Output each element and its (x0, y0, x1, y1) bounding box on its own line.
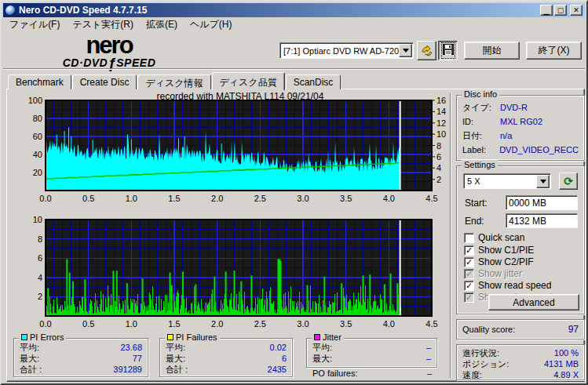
tab-disc-info[interactable]: ディスク情報 (137, 74, 210, 89)
end-field[interactable] (506, 213, 578, 228)
stat-row: 平均:– (307, 342, 436, 353)
menu-file[interactable]: ファイル(F) (3, 16, 66, 33)
svg-text:60: 60 (33, 132, 42, 141)
pi-errors-chart: 204060801002468101214160.00.51.01.52.02.… (20, 95, 451, 211)
svg-text:3.0: 3.0 (297, 194, 309, 203)
pi-failures-color-swatch (167, 334, 173, 340)
checkbox-box: ✓ (464, 257, 474, 267)
stat-row: 最大:– (307, 353, 436, 364)
scan-speed-select[interactable]: 5 X (463, 173, 551, 189)
settings-group: Settings 5 X ⟳ Start: End: Quick scan ✓S… (456, 165, 585, 314)
window-title: Nero CD-DVD Speed 4.7.7.15 (19, 5, 540, 16)
svg-text:2: 2 (38, 292, 42, 301)
svg-text:3.0: 3.0 (297, 319, 309, 329)
tab-create-disc[interactable]: Create Disc (72, 74, 137, 89)
svg-text:8: 8 (38, 234, 42, 244)
svg-text:2.5: 2.5 (254, 319, 266, 329)
quality-score-box: Quality score:97 (456, 319, 585, 340)
tab-scandisc[interactable]: ScanDisc (286, 74, 341, 89)
app-window: Nero CD-DVD Speed 4.7.7.15 ▁ ▢ ✕ ファイル(F)… (0, 0, 588, 385)
checkbox-show-jitter[interactable]: ✓Show jitter (464, 268, 522, 279)
svg-text:1.0: 1.0 (126, 194, 137, 203)
checkbox-box: ✓ (464, 292, 474, 303)
svg-text:40: 40 (33, 150, 42, 159)
svg-text:1.0: 1.0 (126, 319, 137, 329)
start-field[interactable] (506, 195, 578, 210)
drive-selector[interactable]: [7:1] Optiarc DVD RW AD-7200S 1.21 (279, 42, 414, 59)
stat-row: 最大:6 (160, 353, 292, 364)
svg-text:4.0: 4.0 (383, 194, 395, 203)
jitter-group: Jitter 平均:– 最大:– (306, 338, 437, 368)
pi-failures-group: PI Failures 平均:0.02 最大:6 合計 :2435 (159, 338, 293, 377)
title-bar: Nero CD-DVD Speed 4.7.7.15 ▁ ▢ ✕ (3, 3, 585, 17)
svg-text:3.5: 3.5 (340, 319, 352, 329)
eject-disc-icon (420, 44, 433, 57)
toolbar-divider (3, 68, 585, 70)
checkbox-box: ✓ (464, 245, 474, 256)
disc-type-row: タイプ:DVD-R (457, 100, 584, 114)
svg-text:14: 14 (436, 107, 446, 116)
checkbox-show-c2-pif[interactable]: ✓Show C2/PIF (464, 256, 534, 267)
maximize-button[interactable]: ▢ (554, 5, 567, 16)
svg-text:1.5: 1.5 (168, 194, 180, 203)
disc-id-row: ID:MXL RG02 (457, 114, 584, 129)
drive-selector-dropdown-button[interactable] (399, 44, 412, 57)
save-results-icon (443, 44, 454, 55)
scan-speed-value: 5 X (464, 176, 536, 186)
refresh-button[interactable]: ⟳ (559, 173, 578, 190)
start-button[interactable]: 開始 (464, 42, 520, 60)
checkbox-box: ✓ (464, 281, 474, 291)
start-field-label: Start: (465, 198, 488, 209)
svg-text:20: 20 (33, 168, 42, 177)
advanced-button[interactable]: Advanced (488, 294, 579, 311)
pi-failures-group-title: PI Failures (176, 332, 217, 342)
exit-button[interactable]: 終了(X) (526, 42, 582, 60)
svg-text:80: 80 (33, 114, 42, 123)
svg-text:10: 10 (33, 215, 42, 224)
checkbox-show-read-speed[interactable]: ✓Show read speed (464, 280, 551, 291)
progress-row: 進行状況:100 % (457, 347, 584, 358)
checkbox-show-c1-pie[interactable]: ✓Show C1/PIE (464, 245, 534, 256)
menu-run-test[interactable]: テスト実行(R) (66, 16, 140, 33)
svg-text:2.0: 2.0 (211, 319, 223, 329)
svg-text:0.5: 0.5 (82, 319, 94, 329)
checkbox-quick-scan[interactable]: Quick scan (464, 232, 524, 243)
stat-row: 合計 :391289 (14, 364, 148, 375)
svg-text:4.0: 4.0 (383, 319, 395, 329)
disc-quality-page: recorded with MATSHITA L114 09/21/04 204… (6, 89, 585, 382)
svg-text:0.0: 0.0 (39, 319, 51, 329)
svg-text:0.0: 0.0 (39, 194, 51, 203)
svg-text:4.5: 4.5 (425, 194, 437, 203)
checkbox-box: ✓ (464, 269, 474, 279)
svg-text:3.5: 3.5 (340, 194, 352, 203)
pi-errors-color-swatch (21, 334, 27, 340)
save-results-button[interactable] (438, 41, 458, 60)
app-icon (5, 5, 16, 16)
menu-extra[interactable]: 拡張(E) (140, 16, 184, 33)
quality-score-value: 97 (568, 320, 579, 339)
scan-speed-dropdown-button[interactable] (536, 175, 550, 188)
eject-disc-button[interactable] (417, 41, 436, 60)
stat-row: 平均:23.68 (14, 342, 148, 353)
svg-text:6: 6 (436, 152, 441, 162)
jitter-group-title: Jitter (323, 332, 341, 342)
svg-text:12: 12 (436, 118, 446, 128)
disc-label-row: Label:DVD_VIDEO_RECC (457, 143, 584, 157)
pi-failures-chart: 2468100.00.51.01.52.02.53.03.54.04.5 (20, 211, 451, 338)
jitter-color-swatch (314, 334, 320, 340)
stat-row: 平均:0.02 (160, 342, 292, 353)
svg-text:0.5: 0.5 (82, 194, 94, 203)
minimize-button[interactable]: ▁ (540, 5, 553, 16)
disc-date-row: 日付:n/a (457, 129, 584, 143)
svg-text:100: 100 (28, 96, 42, 105)
panel-divider (450, 93, 451, 378)
tab-disc-quality[interactable]: ディスク品質 (212, 72, 285, 90)
chevron-down-icon (540, 180, 546, 183)
menu-help[interactable]: ヘルプ(H) (184, 16, 239, 33)
checkbox-box (464, 233, 474, 243)
svg-text:2.0: 2.0 (211, 194, 223, 203)
po-failures-row: PO failures:– (312, 369, 432, 378)
close-button[interactable]: ✕ (570, 5, 583, 16)
svg-text:10: 10 (436, 129, 446, 139)
tab-benchmark[interactable]: Benchmark (8, 74, 71, 89)
